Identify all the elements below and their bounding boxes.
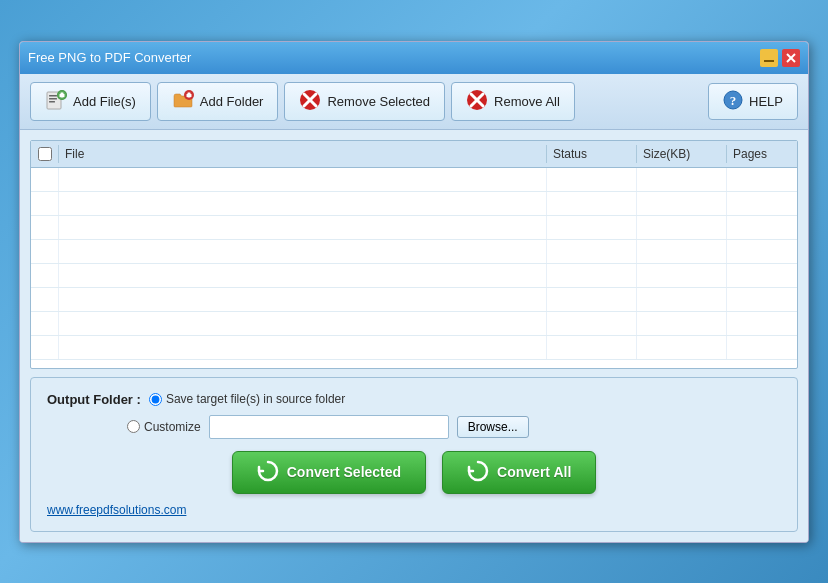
footer-link[interactable]: www.freepdfsolutions.com: [47, 503, 186, 517]
svg-rect-5: [49, 98, 57, 100]
close-button[interactable]: [782, 49, 800, 67]
table-row: [31, 336, 797, 360]
add-folder-label: Add Folder: [200, 94, 264, 109]
bottom-panel: Output Folder : Save target file(s) in s…: [30, 377, 798, 532]
remove-all-label: Remove All: [494, 94, 560, 109]
main-window: Free PNG to PDF Converter: [19, 41, 809, 543]
source-folder-option[interactable]: Save target file(s) in source folder: [149, 392, 345, 406]
title-bar-controls: [760, 49, 800, 67]
customize-option[interactable]: Customize: [127, 420, 201, 434]
table-row: [31, 288, 797, 312]
output-folder-row: Output Folder : Save target file(s) in s…: [47, 392, 781, 407]
source-folder-text: Save target file(s) in source folder: [166, 392, 345, 406]
convert-selected-button[interactable]: Convert Selected: [232, 451, 426, 494]
output-folder-label: Output Folder :: [47, 392, 141, 407]
table-row: [31, 216, 797, 240]
table-row: [31, 168, 797, 192]
browse-button[interactable]: Browse...: [457, 416, 529, 438]
help-icon: ?: [723, 90, 743, 113]
toolbar: Add File(s) Add Folder Re: [20, 74, 808, 130]
col-status: Status: [547, 145, 637, 163]
footer-link-row: www.freepdfsolutions.com: [47, 502, 781, 517]
add-files-label: Add File(s): [73, 94, 136, 109]
add-folder-icon: [172, 89, 194, 114]
help-button[interactable]: ? HELP: [708, 83, 798, 120]
convert-buttons-row: Convert Selected Convert All: [47, 451, 781, 494]
add-files-icon: [45, 89, 67, 114]
col-size: Size(KB): [637, 145, 727, 163]
customize-row: Customize Browse...: [47, 415, 781, 439]
file-list-body: [31, 168, 797, 368]
header-checkbox-cell: [31, 145, 59, 163]
convert-selected-icon: [257, 460, 279, 485]
convert-all-icon: [467, 460, 489, 485]
table-row: [31, 264, 797, 288]
customize-text: Customize: [144, 420, 201, 434]
source-folder-radio[interactable]: [149, 393, 162, 406]
svg-rect-9: [60, 94, 65, 97]
remove-selected-label: Remove Selected: [327, 94, 430, 109]
remove-selected-icon: [299, 89, 321, 114]
svg-rect-4: [49, 95, 57, 97]
file-list-container: File Status Size(KB) Pages: [30, 140, 798, 369]
table-row: [31, 240, 797, 264]
svg-rect-13: [186, 94, 191, 97]
svg-rect-6: [49, 101, 55, 103]
remove-selected-button[interactable]: Remove Selected: [284, 82, 445, 121]
title-bar: Free PNG to PDF Converter: [20, 42, 808, 74]
table-row: [31, 312, 797, 336]
convert-selected-label: Convert Selected: [287, 464, 401, 480]
window-title: Free PNG to PDF Converter: [28, 50, 191, 65]
remove-all-button[interactable]: Remove All: [451, 82, 575, 121]
help-label: HELP: [749, 94, 783, 109]
add-files-button[interactable]: Add File(s): [30, 82, 151, 121]
svg-rect-0: [764, 60, 774, 62]
table-row: [31, 192, 797, 216]
file-list-header: File Status Size(KB) Pages: [31, 141, 797, 168]
convert-all-label: Convert All: [497, 464, 571, 480]
col-pages: Pages: [727, 145, 797, 163]
select-all-checkbox[interactable]: [38, 147, 52, 161]
minimize-button[interactable]: [760, 49, 778, 67]
convert-all-button[interactable]: Convert All: [442, 451, 596, 494]
svg-text:?: ?: [730, 93, 737, 108]
col-file: File: [59, 145, 547, 163]
add-folder-button[interactable]: Add Folder: [157, 82, 279, 121]
customize-path-input[interactable]: [209, 415, 449, 439]
customize-radio[interactable]: [127, 420, 140, 433]
main-content: File Status Size(KB) Pages Output Folder…: [20, 130, 808, 542]
remove-all-icon: [466, 89, 488, 114]
